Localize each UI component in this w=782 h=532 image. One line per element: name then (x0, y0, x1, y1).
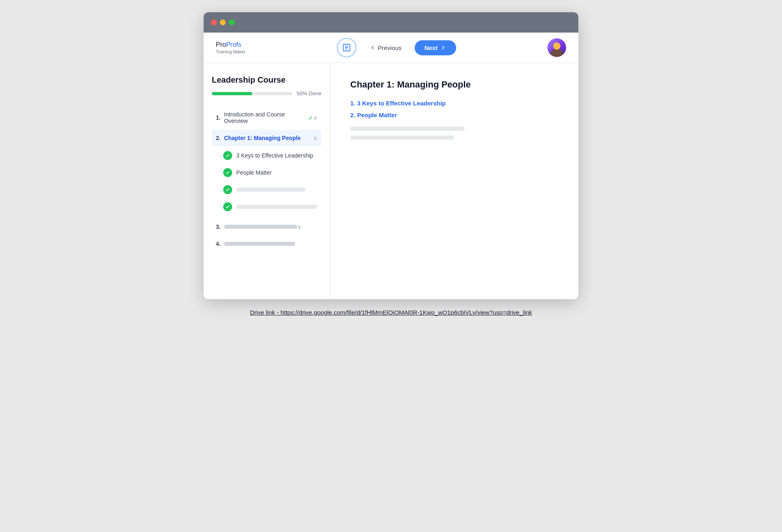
next-button[interactable]: Next (415, 40, 457, 55)
progress-bar-background (212, 92, 292, 95)
chapter-3-placeholder (224, 225, 297, 229)
sub-check-icon-3 (223, 185, 232, 194)
chapter-item-2[interactable]: 2. Chapter 1: Managing People ∨ (212, 130, 321, 146)
minimize-dot[interactable] (220, 20, 226, 25)
content-link-2-text: 2. People Matter (350, 112, 397, 118)
sub-item-1[interactable]: 3 Keys to Effective Leadership (219, 147, 321, 164)
avatar-image (547, 38, 566, 57)
sub-check-icon-1 (223, 151, 232, 160)
course-title: Leadership Course (212, 75, 321, 85)
chevron-down-icon: ∨ (313, 114, 317, 121)
logo: ProProfs Training Maker (216, 41, 246, 54)
chapter-1-check-icon: ✓ (308, 114, 313, 122)
content-area: Chapter 1: Managing People 1. 3 Keys to … (330, 63, 578, 299)
chapter-item-1[interactable]: 1. Introduction and Course Overview ✓ ∨ (212, 106, 321, 129)
chapter-3-num: 3. (216, 223, 224, 230)
app-window: ProProfs Training Maker Previous (204, 12, 578, 299)
drive-link[interactable]: Drive link - https://drive.google.com/fi… (250, 309, 532, 316)
sidebar: Leadership Course 50% Done 1. Introducti… (204, 63, 330, 299)
sub-items-list: 3 Keys to Effective Leadership People Ma… (212, 147, 321, 215)
sub-check-icon-2 (223, 168, 232, 177)
chapter-1-num: 1. (216, 114, 224, 121)
maximize-dot[interactable] (229, 20, 235, 25)
content-placeholder-2 (350, 136, 454, 140)
content-link-1-text: 1. 3 Keys to Effective Leadership (350, 100, 446, 107)
quiz-icon-button[interactable] (337, 38, 356, 57)
logo-subtitle: Training Maker (216, 49, 246, 54)
chapter-1-label: Introduction and Course Overview (224, 111, 305, 124)
progress-container: 50% Done (212, 90, 321, 96)
chevron-down-icon-2: ∨ (313, 135, 317, 141)
sub-item-4-placeholder (236, 205, 317, 209)
sub-item-3[interactable] (219, 181, 321, 198)
next-label: Next (424, 44, 438, 51)
chapter-2-label: Chapter 1: Managing People (224, 135, 313, 141)
titlebar (204, 12, 578, 33)
content-link-1[interactable]: 1. 3 Keys to Effective Leadership (350, 100, 558, 107)
sub-item-1-label: 3 Keys to Effective Leadership (236, 152, 313, 159)
sub-check-icon-4 (223, 202, 232, 211)
chapter-2-num: 2. (216, 135, 224, 141)
content-link-2[interactable]: 2. People Matter (350, 112, 558, 118)
progress-label: 50% Done (297, 90, 321, 96)
logo-text: ProProfs (216, 41, 246, 48)
chapter-item-3[interactable]: 3. ∨ (212, 219, 321, 235)
chapter-4-placeholder (224, 242, 295, 246)
sub-item-3-placeholder (236, 188, 305, 192)
progress-bar-fill (212, 92, 252, 95)
logo-pro: Pro (216, 41, 226, 48)
nav-controls: Previous Next (337, 38, 457, 57)
previous-label: Previous (378, 44, 402, 51)
navbar: ProProfs Training Maker Previous (204, 33, 578, 63)
footer-link-container: Drive link - https://drive.google.com/fi… (250, 309, 532, 316)
close-dot[interactable] (211, 20, 217, 25)
content-chapter-title: Chapter 1: Managing People (350, 79, 558, 90)
sub-item-2[interactable]: People Matter (219, 164, 321, 181)
previous-button[interactable]: Previous (365, 41, 406, 55)
logo-profs: Profs (226, 41, 241, 48)
avatar[interactable] (547, 38, 566, 57)
sub-item-2-label: People Matter (236, 169, 272, 176)
chapter-4-num: 4. (216, 241, 224, 247)
chapter-item-4[interactable]: 4. (212, 236, 321, 252)
chevron-down-icon-3: ∨ (297, 223, 301, 230)
main-content: Leadership Course 50% Done 1. Introducti… (204, 63, 578, 299)
sub-item-4[interactable] (219, 198, 321, 215)
content-placeholder-1 (350, 127, 465, 131)
